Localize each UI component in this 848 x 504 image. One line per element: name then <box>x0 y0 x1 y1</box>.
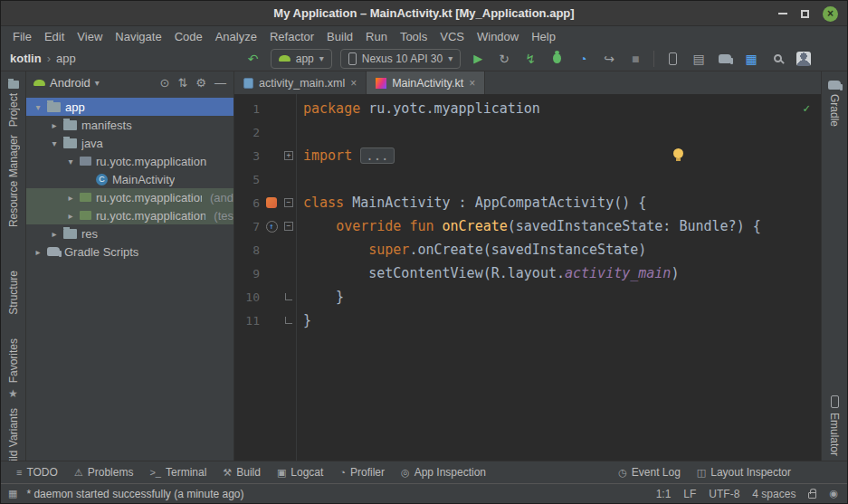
menu-tools[interactable]: Tools <box>394 30 434 43</box>
menu-build[interactable]: Build <box>320 30 359 43</box>
tree-item-manifests[interactable]: ▸ manifests <box>26 116 233 134</box>
tree-item-java[interactable]: ▾ java <box>26 134 233 152</box>
line-number[interactable]: 11 <box>234 314 262 328</box>
menu-vcs[interactable]: VCS <box>434 30 471 43</box>
tool-button-profiler[interactable]: ◔ Profiler <box>331 461 393 483</box>
profiler-button[interactable]: ◔ <box>571 48 595 70</box>
code-editor[interactable]: 1 package ru.yotc.myapplication 2 3 + im… <box>234 94 821 461</box>
tool-button-todo[interactable]: ≡ TODO <box>8 461 66 483</box>
tree-item-androidtest-package[interactable]: ▸ ru.yotc.myapplication (and <box>26 188 233 206</box>
back-arrow-icon[interactable]: ↶ <box>242 48 265 70</box>
fold-expand-icon[interactable]: + <box>284 151 293 160</box>
hide-panel-icon[interactable]: — <box>214 76 226 90</box>
class-gutter-icon[interactable] <box>266 197 277 208</box>
title-bar[interactable]: My Application – MainActivity.kt [My_App… <box>1 1 847 26</box>
tool-button-gradle[interactable]: Gradle <box>822 81 847 127</box>
tool-window-switcher-icon[interactable]: ▦ <box>8 488 17 499</box>
close-tab-icon[interactable]: × <box>469 77 475 90</box>
chevron-down-icon[interactable]: ▾ <box>33 102 43 112</box>
tree-item-app[interactable]: ▾ app <box>26 98 233 116</box>
run-button[interactable]: ▶ <box>466 48 490 70</box>
chevron-right-icon[interactable]: ▸ <box>66 193 75 203</box>
menu-navigate[interactable]: Navigate <box>109 30 167 43</box>
minimize-button[interactable] <box>778 13 787 14</box>
line-number[interactable]: 7 <box>234 220 262 233</box>
menu-analyze[interactable]: Analyze <box>209 30 263 43</box>
chevron-right-icon[interactable]: ▸ <box>50 229 59 239</box>
line-number[interactable]: 8 <box>234 243 262 257</box>
line-number[interactable]: 9 <box>234 267 262 281</box>
tree-item-mainactivity[interactable]: C MainActivity <box>26 170 233 188</box>
tool-button-logcat[interactable]: ▣ Logcat <box>269 461 331 483</box>
tool-button-build[interactable]: ⚒ Build <box>214 461 269 483</box>
status-message[interactable]: * daemon started successfully (a minute … <box>26 488 243 500</box>
tool-button-layout-inspector[interactable]: ◫ Layout Inspector <box>689 466 799 479</box>
tree-item-gradle-scripts[interactable]: ▸ Gradle Scripts <box>26 242 233 261</box>
encoding-widget[interactable]: UTF-8 <box>709 488 739 500</box>
device-file-explorer-button[interactable]: ▤ <box>687 48 710 70</box>
fold-end-icon[interactable] <box>285 293 292 300</box>
menu-edit[interactable]: Edit <box>38 30 71 43</box>
tool-button-structure[interactable]: Structure <box>1 271 25 315</box>
fold-end-icon[interactable] <box>285 317 292 324</box>
tool-button-problems[interactable]: ⚠ Problems <box>66 461 142 483</box>
chevron-right-icon[interactable]: ▸ <box>33 247 43 257</box>
tree-item-package[interactable]: ▾ ru.yotc.myapplication <box>26 152 233 170</box>
chevron-right-icon[interactable]: ▸ <box>50 120 59 130</box>
tab-mainactivity-kt[interactable]: MainActivity.kt × <box>367 71 485 94</box>
run-configuration-select[interactable]: app ▾ <box>271 49 332 69</box>
menu-window[interactable]: Window <box>471 30 525 43</box>
tool-button-terminal[interactable]: >_ Terminal <box>141 461 214 483</box>
menu-view[interactable]: View <box>71 30 109 43</box>
tool-button-favorites[interactable]: Favorites ★ <box>1 338 25 400</box>
tree-item-test-package[interactable]: ▸ ru.yotc.myapplication (tes <box>26 206 233 224</box>
close-tab-icon[interactable]: × <box>350 77 357 90</box>
chevron-down-icon[interactable]: ▾ <box>50 138 59 148</box>
profile-avatar-button[interactable] <box>792 48 815 70</box>
gear-icon[interactable]: ⚙ <box>195 76 206 90</box>
readonly-lock-icon[interactable] <box>808 492 816 499</box>
project-view-selector[interactable]: Android <box>50 76 91 90</box>
sdk-manager-button[interactable]: ▦ <box>739 48 763 70</box>
close-button[interactable]: × <box>823 6 838 22</box>
chevron-down-icon[interactable]: ▾ <box>66 157 75 166</box>
tool-button-app-inspection[interactable]: ◎ App Inspection <box>393 461 494 483</box>
attach-debugger-button[interactable]: ↪ <box>597 48 621 70</box>
breadcrumb-module[interactable]: app <box>56 52 76 65</box>
caret-position-widget[interactable]: 1:1 <box>656 488 672 500</box>
line-number[interactable]: 5 <box>234 173 262 186</box>
inspections-status-icon[interactable]: ✓ <box>803 101 810 115</box>
fold-collapse-icon[interactable]: − <box>284 222 293 231</box>
apply-code-changes-button[interactable]: ↯ <box>519 48 542 70</box>
device-manager-button[interactable] <box>661 48 684 70</box>
overriding-method-icon[interactable]: ↑ <box>266 221 278 233</box>
indent-widget[interactable]: 4 spaces <box>752 488 796 500</box>
tool-button-event-log[interactable]: ◷ Event Log <box>610 466 689 479</box>
notifications-icon[interactable]: ◉ <box>829 488 838 499</box>
maximize-button[interactable] <box>801 10 809 18</box>
line-number[interactable]: 6 <box>234 196 262 210</box>
tool-button-resource-manager[interactable]: Resource Manager <box>1 135 25 227</box>
menu-code[interactable]: Code <box>168 30 209 43</box>
apply-changes-button[interactable]: ↻ <box>492 48 516 70</box>
menu-file[interactable]: File <box>6 30 38 43</box>
folded-imports[interactable]: ... <box>360 147 394 164</box>
search-everywhere-button[interactable] <box>766 48 789 70</box>
device-select[interactable]: Nexus 10 API 30 ▾ <box>340 49 461 69</box>
chevron-right-icon[interactable]: ▸ <box>66 211 75 221</box>
menu-run[interactable]: Run <box>359 30 394 43</box>
expand-collapse-icon[interactable]: ⇅ <box>177 76 187 90</box>
stop-button[interactable]: ■ <box>624 48 647 70</box>
menu-refactor[interactable]: Refactor <box>263 30 320 43</box>
line-number[interactable]: 3 <box>234 149 262 163</box>
fold-collapse-icon[interactable]: − <box>284 198 293 207</box>
tool-button-emulator[interactable]: Emulator <box>822 395 847 456</box>
line-separator-widget[interactable]: LF <box>683 488 696 500</box>
tab-activity-main-xml[interactable]: activity_main.xml × <box>234 71 367 94</box>
gradle-sync-button[interactable] <box>713 48 737 70</box>
tree-item-res[interactable]: ▸ res <box>26 224 233 242</box>
tool-button-project[interactable]: Project <box>1 81 25 127</box>
line-number[interactable]: 1 <box>234 102 262 116</box>
line-number[interactable]: 2 <box>234 126 262 139</box>
menu-help[interactable]: Help <box>525 30 562 43</box>
